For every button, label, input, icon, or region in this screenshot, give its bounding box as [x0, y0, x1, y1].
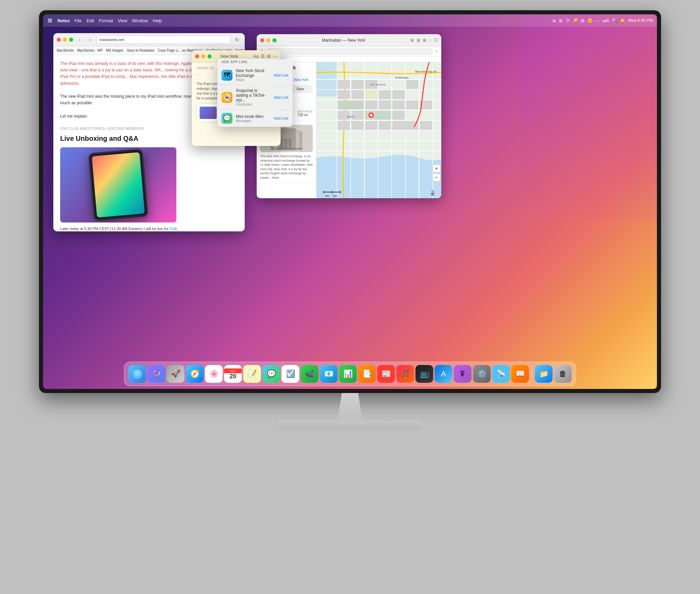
menu-window[interactable]: Window: [132, 18, 148, 23]
safari-back-btn[interactable]: ‹: [76, 36, 84, 44]
messages-add-link[interactable]: Add Link: [274, 116, 288, 120]
safari-reload-btn[interactable]: ↻: [233, 36, 241, 44]
maps-search-input[interactable]: [267, 48, 433, 55]
safari-titlebar: ‹ › macstories.net ↻: [53, 33, 245, 46]
dock-folder[interactable]: 📁: [535, 365, 553, 383]
menu-file[interactable]: File: [75, 18, 82, 23]
notes-window-title: New Note: [214, 54, 244, 59]
maps-share-icon[interactable]: ↑: [429, 38, 431, 43]
maps-app-icon: 🗺: [221, 70, 232, 81]
dock-calendar[interactable]: OCT 20: [224, 365, 242, 383]
notes-window-controls: [195, 54, 212, 58]
dock-finder[interactable]: [129, 365, 146, 383]
dock-mail[interactable]: 📧: [320, 365, 338, 383]
safari-url-bar[interactable]: macstories.net: [96, 36, 231, 44]
timer-icon[interactable]: ⏱: [565, 18, 570, 23]
dock-facetime[interactable]: 📹: [301, 365, 319, 383]
dock-podcasts[interactable]: 🎙: [454, 365, 472, 383]
imac-stand-base: [278, 420, 422, 430]
dock-numbers[interactable]: 📊: [339, 365, 357, 383]
window-close-btn[interactable]: [57, 38, 61, 42]
nyse-add-link[interactable]: Add Link: [274, 73, 288, 77]
notes-checklist-btn[interactable]: ☰: [261, 54, 265, 59]
window-maximize-btn[interactable]: [69, 38, 73, 42]
window-minimize-btn[interactable]: [63, 38, 67, 42]
dock-netnewswire[interactable]: 📡: [492, 365, 510, 383]
menu-edit[interactable]: Edit: [86, 18, 94, 23]
svg-text:N: N: [432, 189, 434, 193]
emoji-icon[interactable]: 😊: [587, 18, 593, 23]
apps-icon[interactable]: ⊞: [581, 18, 584, 23]
goodlinks-app-icon: 👻: [221, 92, 232, 103]
menubar-left: ⌘ Notes File Edit Format View Window Hel…: [47, 17, 162, 24]
notes-more-btn[interactable]: ⋯: [273, 54, 277, 59]
dock-music[interactable]: 🎵: [396, 365, 414, 383]
dock-siri[interactable]: 🔮: [148, 365, 165, 383]
imac-body: ⌘ Notes File Edit Format View Window Hel…: [0, 0, 700, 594]
dropbox-icon[interactable]: ⊛: [552, 18, 556, 23]
notes-minimize-btn[interactable]: [201, 54, 205, 58]
bookmark-macstories-wp[interactable]: MacStories · WP: [77, 49, 103, 52]
add-link-item-nyse[interactable]: 🗺 New York Stock Exchange Maps Add Link: [217, 65, 293, 85]
window-controls: [57, 38, 73, 42]
messages-app-icon: 💬: [221, 113, 232, 124]
svg-rect-33: [406, 80, 418, 89]
menu-format[interactable]: Format: [99, 18, 113, 23]
link-preview-thumbnail: [200, 107, 217, 119]
bookmark-save-readwise[interactable]: Save to Readwise: [127, 49, 154, 52]
dock-notes[interactable]: 📝: [243, 365, 261, 383]
maps-window-controls: [260, 38, 277, 42]
add-link-item-messages[interactable]: 💬 Mini-scule Men Messages Add Link: [217, 110, 293, 127]
apple-menu-icon[interactable]: ⌘: [47, 17, 53, 24]
wifi-icon[interactable]: wifi: [603, 18, 609, 23]
more-icons[interactable]: ⋯: [595, 18, 600, 23]
notification-icon[interactable]: 🔔: [620, 18, 625, 23]
maps-distance-value: 728 mi: [297, 113, 313, 117]
dock-trash[interactable]: 🗑: [554, 365, 572, 383]
grid-icon[interactable]: ⊞: [559, 18, 563, 23]
dock-safari[interactable]: 🧭: [186, 365, 204, 383]
maps-toolbar-icon-2[interactable]: ⊞: [417, 38, 420, 43]
maps-toolbar-icon-1[interactable]: ⊞: [410, 38, 414, 43]
dock-news[interactable]: 📰: [377, 365, 395, 383]
dock-appstore[interactable]: A: [435, 365, 453, 383]
clock-time: Wed 6:40 PM: [628, 18, 653, 23]
mini-scule-sub: Messages: [236, 119, 270, 123]
maps-minimize-btn[interactable]: [266, 38, 270, 42]
svg-rect-6: [288, 138, 291, 149]
maps-info-icon[interactable]: ⓘ: [434, 37, 438, 43]
dock-reminders[interactable]: ☑️: [282, 365, 299, 383]
notes-close-btn[interactable]: [195, 54, 199, 58]
menu-view[interactable]: View: [118, 18, 127, 23]
snapchat-add-link[interactable]: Add Link: [274, 95, 288, 99]
add-link-item-snapchat[interactable]: 👻 Snapchat is adding a TikTok-styl... Go…: [217, 85, 293, 110]
dock-settings[interactable]: ⚙️: [473, 365, 491, 383]
bookmark-ms-images[interactable]: MS Images: [106, 49, 123, 52]
maps-place-description: The New York Stock Exchange, is an Ameri…: [260, 154, 313, 180]
menu-help[interactable]: Help: [153, 18, 162, 23]
notes-maximize-btn[interactable]: [207, 54, 212, 58]
dock-launchpad[interactable]: 🚀: [167, 365, 185, 383]
svg-rect-26: [351, 80, 364, 89]
notes-table-btn[interactable]: ⊞: [267, 54, 271, 59]
maps-close-btn[interactable]: [260, 38, 264, 42]
search-icon[interactable]: 🔍: [612, 18, 617, 23]
maps-map-view[interactable]: 9/11 Memorial Wall St NYSE Plaza New Yor…: [317, 62, 441, 198]
bookmark-macstories[interactable]: MacStories: [57, 49, 74, 52]
safari-toolbar: ‹ › macstories.net ↻: [76, 36, 241, 44]
dock-keynote[interactable]: 📑: [358, 365, 376, 383]
maps-toolbar-icon-3[interactable]: ⊞: [423, 38, 426, 43]
dock-tv[interactable]: 📺: [416, 365, 433, 383]
svg-text:−: −: [435, 174, 438, 180]
club-link[interactable]: Club: [170, 227, 177, 231]
maps-search-clear[interactable]: ✕: [435, 50, 438, 53]
safari-forward-btn[interactable]: ›: [86, 36, 94, 44]
dock-photos[interactable]: 🌸: [205, 365, 223, 383]
dock-reeder[interactable]: 📖: [511, 365, 529, 383]
notes-format-btn[interactable]: Aa: [253, 54, 259, 59]
maps-maximize-btn[interactable]: [272, 38, 277, 42]
dock-messages[interactable]: 💬: [262, 365, 280, 383]
svg-rect-37: [392, 100, 405, 109]
bitwarden-icon[interactable]: 🔑: [573, 18, 578, 23]
app-name-menu[interactable]: Notes: [57, 18, 70, 23]
